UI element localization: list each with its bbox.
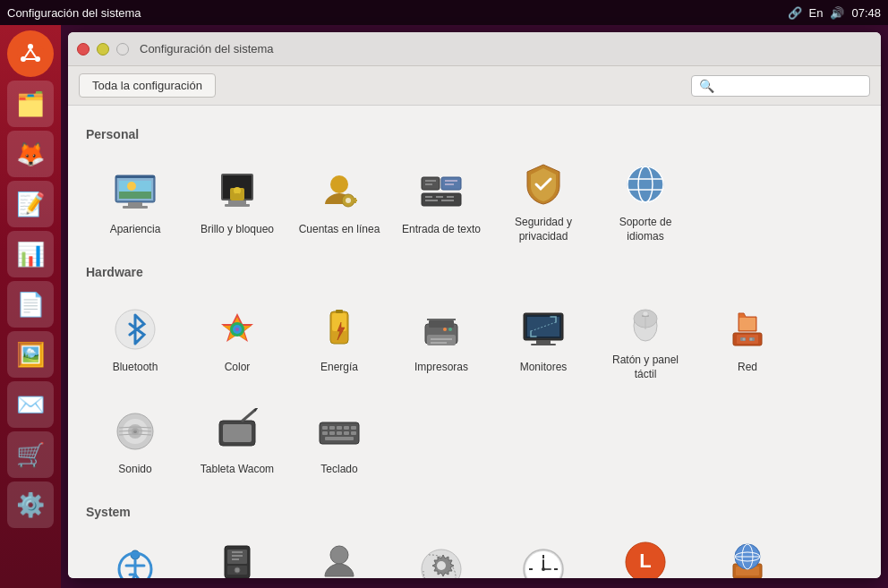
close-button[interactable] (77, 43, 90, 55)
item-bluetooth[interactable]: Bluetooth (86, 290, 184, 388)
item-teclado[interactable]: Teclado (290, 392, 388, 490)
svg-rect-95 (344, 431, 349, 435)
svg-text:L: L (639, 550, 651, 572)
apariencia-label: Apariencia (110, 223, 161, 237)
taskbar-title: Configuración del sistema (7, 6, 141, 20)
svg-rect-31 (425, 183, 432, 185)
taskbar-top: Configuración del sistema 🔗 En 🔊 07:48 (0, 0, 888, 25)
svg-rect-38 (441, 200, 454, 201)
item-sonido[interactable]: Sonido (86, 392, 184, 490)
section-hardware-title: Hardware (86, 265, 863, 279)
item-landscape[interactable]: L Servicio Landscape (596, 530, 695, 578)
svg-rect-55 (431, 342, 447, 344)
svg-rect-104 (232, 551, 243, 553)
red-icon (722, 303, 773, 355)
sidebar-calc-icon[interactable]: 📊 (7, 231, 54, 277)
item-acceso[interactable]: Acceso universal (86, 530, 184, 578)
content-area: Personal Aparien (68, 106, 881, 578)
svg-point-74 (743, 338, 746, 341)
svg-rect-83 (223, 424, 252, 442)
sidebar-browser-icon[interactable]: 🦊 (7, 131, 54, 177)
sidebar-writer-icon[interactable]: 📝 (7, 181, 54, 227)
item-detalles[interactable]: Detalles (392, 530, 491, 578)
item-soporte[interactable]: Soporte de idiomas (596, 152, 695, 251)
raton-icon (619, 296, 671, 348)
item-entrada[interactable]: Entrada de texto (392, 152, 491, 251)
svg-rect-54 (431, 338, 452, 340)
search-icon: 🔍 (699, 79, 714, 93)
impresoras-icon (415, 303, 467, 355)
svg-rect-71 (737, 335, 758, 344)
svg-point-14 (127, 182, 136, 191)
sidebar-amazon-icon[interactable]: 🛒 (7, 431, 54, 478)
energia-icon (313, 303, 365, 355)
item-apariencia[interactable]: Apariencia (86, 152, 184, 251)
toolbar: Toda la configuración 🔍 (68, 66, 881, 106)
sidebar-files-icon[interactable]: 🗂️ (7, 81, 54, 127)
sonido-icon (109, 405, 161, 457)
sidebar-mail-icon[interactable]: ✉️ (7, 381, 54, 428)
maximize-button[interactable] (116, 43, 129, 55)
detalles-icon (415, 543, 467, 578)
personal-grid: Apariencia Brillo y bloqueo (86, 152, 863, 251)
minimize-button[interactable] (97, 43, 109, 55)
main-window: Configuración del sistema Toda la config… (68, 32, 881, 578)
svg-rect-105 (232, 555, 243, 557)
svg-rect-35 (436, 196, 443, 198)
svg-rect-96 (351, 431, 356, 435)
sidebar-ubuntu-icon[interactable] (7, 30, 54, 77)
svg-rect-32 (445, 180, 457, 182)
clock: 07:48 (851, 6, 881, 20)
search-box: 🔍 (691, 75, 870, 97)
item-monitores[interactable]: Monitores (494, 290, 593, 388)
search-input[interactable] (718, 79, 862, 92)
network-icon: 🔗 (788, 6, 802, 20)
sonido-label: Sonido (118, 463, 151, 477)
item-color[interactable]: Color (188, 290, 286, 388)
item-software[interactable]: Software y actualizaciones (698, 530, 797, 578)
taskbar-right: 🔗 En 🔊 07:48 (788, 6, 881, 20)
teclado-label: Teclado (320, 463, 357, 477)
bluetooth-label: Bluetooth (113, 361, 158, 375)
teclado-icon (313, 405, 365, 457)
item-fecha[interactable]: Fecha y hora (494, 530, 593, 578)
svg-rect-36 (447, 196, 454, 198)
cuentas-icon (313, 166, 365, 217)
soporte-label: Soporte de idiomas (602, 216, 689, 243)
system-grid: Acceso universal Copias de seguridad (86, 530, 863, 578)
svg-point-107 (330, 546, 348, 564)
sidebar-settings-icon[interactable]: ⚙️ (7, 481, 54, 528)
copias-icon (211, 536, 263, 578)
svg-point-118 (542, 567, 545, 571)
item-cuentas[interactable]: Cuentas en línea (290, 152, 388, 251)
item-brillo[interactable]: Brillo y bloqueo (188, 152, 286, 251)
svg-line-84 (243, 410, 255, 421)
item-seguridad[interactable]: Seguridad y privacidad (494, 152, 593, 251)
sidebar-doc-icon[interactable]: 📄 (7, 281, 54, 328)
item-red[interactable]: Red (698, 290, 797, 388)
volume-icon: 🔊 (830, 6, 844, 20)
svg-point-109 (437, 561, 446, 570)
item-energia[interactable]: Energía (290, 290, 388, 388)
window-titlebar: Configuración del sistema (68, 32, 881, 66)
svg-rect-34 (425, 196, 432, 198)
svg-point-22 (330, 175, 348, 193)
svg-rect-26 (354, 198, 356, 203)
item-copias[interactable]: Copias de seguridad (188, 530, 286, 578)
svg-point-1 (28, 44, 33, 49)
item-cuentas-usuario[interactable]: Cuentas de usuario (290, 530, 388, 578)
item-impresoras[interactable]: Impresoras (392, 290, 491, 388)
svg-rect-9 (115, 175, 155, 178)
entrada-label: Entrada de texto (402, 223, 481, 237)
svg-rect-52 (429, 320, 454, 328)
sidebar-image-icon[interactable]: 🖼️ (7, 331, 54, 378)
all-config-button[interactable]: Toda la configuración (79, 73, 216, 98)
color-label: Color (225, 361, 251, 375)
svg-rect-62 (531, 344, 556, 345)
brillo-label: Brillo y bloqueo (201, 223, 274, 237)
svg-point-57 (448, 328, 452, 331)
item-tableta[interactable]: Tableta Wacom (188, 392, 286, 490)
svg-rect-87 (322, 426, 328, 430)
item-raton[interactable]: Ratón y panel táctil (596, 290, 695, 388)
svg-point-24 (346, 198, 351, 203)
